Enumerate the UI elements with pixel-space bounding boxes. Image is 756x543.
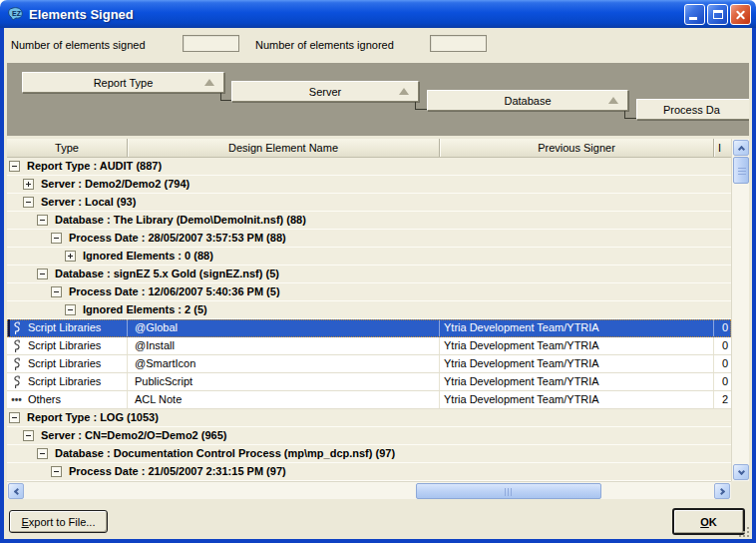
collapse-icon[interactable] bbox=[51, 466, 62, 477]
tree-group-row[interactable]: Ignored Elements : 0 (88) bbox=[7, 248, 731, 266]
table-header: Type Design Element Name Previous Signer… bbox=[7, 139, 731, 158]
sort-asc-icon bbox=[608, 97, 618, 104]
scrollbar-corner bbox=[731, 481, 749, 499]
cell-clipped-value: 2 bbox=[714, 391, 731, 408]
collapse-icon[interactable] bbox=[37, 448, 48, 459]
group-row-label: Process Date : 21/05/2007 2:31:15 PM (97… bbox=[69, 463, 286, 480]
cell-type: Script Libraries bbox=[7, 355, 128, 372]
scroll-right-button[interactable] bbox=[714, 483, 730, 499]
group-row-label: Database : The Library (Demo\DemoInit.ns… bbox=[55, 212, 306, 229]
group-button-report-type[interactable]: Report Type bbox=[22, 72, 224, 93]
group-button-database[interactable]: Database bbox=[427, 90, 628, 111]
column-header-previous-signer[interactable]: Previous Signer bbox=[440, 139, 714, 157]
group-connector bbox=[624, 111, 636, 119]
group-button-server[interactable]: Server bbox=[231, 81, 419, 102]
cell-type: Script Libraries bbox=[7, 319, 128, 336]
cell-clipped-value: 0 bbox=[714, 373, 731, 390]
resize-grip[interactable] bbox=[738, 526, 750, 538]
signez-app-icon: EZ bbox=[7, 6, 24, 23]
window-frame: Number of elements signed Number of elem… bbox=[0, 28, 756, 543]
collapse-icon[interactable] bbox=[65, 304, 76, 315]
group-button-label: Server bbox=[309, 86, 341, 98]
table-body: Report Type : AUDIT (887)Server : Demo2/… bbox=[7, 158, 731, 481]
tree-group-row[interactable]: Report Type : LOG (1053) bbox=[7, 409, 731, 427]
group-button-label: Report Type bbox=[94, 77, 154, 89]
cell-design-element-name: ACL Note bbox=[128, 391, 440, 408]
svg-text:EZ: EZ bbox=[12, 10, 22, 17]
cell-type: •••Others bbox=[7, 391, 128, 408]
collapse-icon[interactable] bbox=[51, 233, 62, 244]
scroll-down-button[interactable] bbox=[733, 464, 749, 480]
results-table: Type Design Element Name Previous Signer… bbox=[7, 139, 749, 499]
cell-type: Script Libraries bbox=[7, 337, 128, 354]
chevron-down-icon bbox=[737, 467, 744, 474]
tree-group-row[interactable]: Database : Documentation Control Process… bbox=[7, 445, 731, 463]
ignored-count-field[interactable] bbox=[430, 35, 487, 52]
sort-asc-icon bbox=[399, 88, 409, 95]
horizontal-scrollbar-thumb[interactable] bbox=[416, 483, 601, 499]
script-library-icon bbox=[10, 357, 23, 371]
dialog-client-area: Number of elements signed Number of elem… bbox=[4, 28, 752, 539]
cell-clipped-value: 0 bbox=[714, 355, 731, 372]
group-button-process-date[interactable]: Process Da bbox=[636, 99, 749, 120]
dialog-elements-signed: EZ Elements Signed Number of elements si… bbox=[0, 0, 756, 543]
scroll-up-button[interactable] bbox=[733, 140, 749, 156]
collapse-icon[interactable] bbox=[23, 197, 34, 208]
collapse-icon[interactable] bbox=[23, 430, 34, 441]
maximize-button[interactable] bbox=[707, 4, 728, 25]
column-header-type[interactable]: Type bbox=[7, 139, 128, 157]
tree-group-row[interactable]: Database : The Library (Demo\DemoInit.ns… bbox=[7, 212, 731, 230]
vertical-scrollbar-thumb[interactable] bbox=[733, 157, 749, 184]
collapse-icon[interactable] bbox=[37, 215, 48, 226]
export-to-file-button[interactable]: Export to File... bbox=[9, 510, 108, 533]
collapse-icon[interactable] bbox=[9, 161, 20, 172]
group-button-label: Database bbox=[504, 95, 551, 107]
minimize-button[interactable] bbox=[684, 4, 705, 25]
table-row[interactable]: Script Libraries@GlobalYtria Development… bbox=[7, 319, 731, 337]
signed-count-field[interactable] bbox=[183, 35, 239, 52]
others-icon: ••• bbox=[10, 391, 23, 408]
cell-design-element-name: PublicScript bbox=[128, 373, 440, 390]
table-row[interactable]: Script LibrariesPublicScriptYtria Develo… bbox=[7, 373, 731, 391]
group-row-label: Process Date : 12/06/2007 5:40:36 PM (5) bbox=[69, 283, 280, 300]
tree-group-row[interactable]: Server : CN=Demo2/O=Demo2 (965) bbox=[7, 427, 731, 445]
group-row-label: Server : Local (93) bbox=[41, 194, 136, 211]
table-row[interactable]: •••OthersACL NoteYtria Development Team/… bbox=[7, 391, 731, 409]
titlebar[interactable]: EZ Elements Signed bbox=[0, 0, 756, 28]
maximize-icon bbox=[713, 10, 723, 19]
collapse-icon[interactable] bbox=[9, 412, 20, 423]
collapse-icon[interactable] bbox=[37, 269, 48, 279]
expand-icon[interactable] bbox=[23, 179, 34, 190]
group-connector bbox=[220, 93, 231, 101]
cell-clipped-value: 0 bbox=[714, 319, 731, 336]
tree-group-row[interactable]: Report Type : AUDIT (887) bbox=[7, 158, 731, 176]
expand-icon[interactable] bbox=[65, 251, 76, 262]
cell-design-element-name: @SmartIcon bbox=[128, 355, 440, 372]
table-row[interactable]: Script Libraries@InstallYtria Developmen… bbox=[7, 337, 731, 355]
horizontal-scrollbar[interactable] bbox=[7, 481, 731, 499]
group-row-label: Database : signEZ 5.x Gold (signEZ.nsf) … bbox=[55, 266, 279, 282]
column-header-design-element-name[interactable]: Design Element Name bbox=[128, 139, 440, 157]
tree-group-row[interactable]: Database : signEZ 5.x Gold (signEZ.nsf) … bbox=[7, 266, 731, 283]
cell-previous-signer: Ytria Development Team/YTRIA bbox=[440, 319, 714, 336]
tree-group-row[interactable]: Ignored Elements : 2 (5) bbox=[7, 301, 731, 319]
tree-group-row[interactable]: Server : Local (93) bbox=[7, 194, 731, 212]
collapse-icon[interactable] bbox=[51, 286, 62, 297]
chevron-right-icon bbox=[717, 487, 724, 494]
ok-button[interactable]: OK bbox=[672, 508, 745, 535]
table-row[interactable]: Script Libraries@SmartIconYtria Developm… bbox=[7, 355, 731, 373]
tree-group-row[interactable]: Process Date : 12/06/2007 5:40:36 PM (5) bbox=[7, 283, 731, 301]
tree-group-row[interactable]: Server : Demo2/Demo2 (794) bbox=[7, 176, 731, 194]
script-library-icon bbox=[10, 321, 23, 335]
column-header-clipped[interactable]: I bbox=[714, 139, 731, 157]
close-button[interactable] bbox=[730, 4, 751, 25]
group-row-label: Report Type : AUDIT (887) bbox=[27, 158, 162, 175]
scroll-left-button[interactable] bbox=[8, 483, 24, 499]
tree-group-row[interactable]: Process Date : 21/05/2007 2:31:15 PM (97… bbox=[7, 463, 731, 481]
group-row-label: Report Type : LOG (1053) bbox=[27, 409, 159, 426]
group-by-panel: Report Type Server Database Process Da bbox=[7, 63, 749, 136]
group-row-label: Ignored Elements : 2 (5) bbox=[83, 301, 207, 318]
tree-group-row[interactable]: Process Date : 28/05/2007 3:57:53 PM (88… bbox=[7, 230, 731, 248]
vertical-scrollbar[interactable] bbox=[731, 139, 749, 481]
cell-type: Script Libraries bbox=[7, 373, 128, 390]
